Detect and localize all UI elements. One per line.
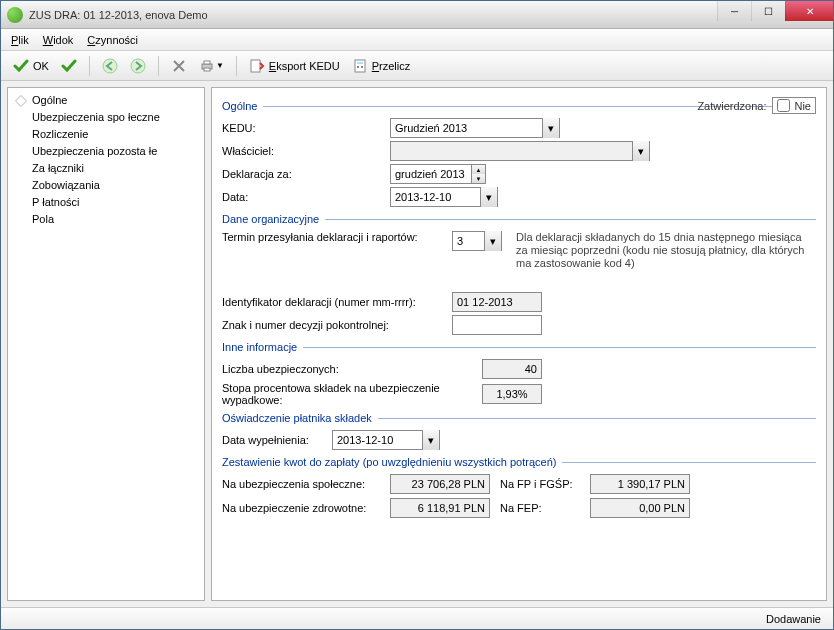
toolbar: OK ▼ Eksport KEDU Przelicz — [1, 51, 833, 81]
svg-rect-8 — [357, 66, 359, 68]
arrow-left-icon — [102, 58, 118, 74]
przelicz-button[interactable]: Przelicz — [348, 54, 415, 78]
group-ogolne: Ogólne Zatwierdzona: Nie — [222, 100, 816, 112]
sidebar-item-ubezp-pozost[interactable]: Ubezpieczenia pozosta łe — [10, 143, 202, 160]
window-title: ZUS DRA: 01 12-2013, enova Demo — [29, 9, 208, 21]
svg-point-0 — [103, 59, 117, 73]
svg-rect-5 — [251, 60, 260, 72]
znak-input[interactable] — [452, 315, 542, 335]
statusbar: Dodawanie — [1, 607, 833, 629]
chevron-down-icon: ▾ — [484, 231, 501, 251]
print-button[interactable]: ▼ — [195, 54, 228, 78]
menu-czynnosci[interactable]: Czynności — [87, 34, 138, 46]
sidebar-item-rozliczenie[interactable]: Rozliczenie — [10, 126, 202, 143]
nav-forward-button[interactable] — [126, 54, 150, 78]
eksport-kedu-button[interactable]: Eksport KEDU — [245, 54, 344, 78]
zatwierdzona-checkbox-input[interactable] — [777, 99, 790, 112]
termin-hint: Dla deklaracji składanych do 15 dnia nas… — [516, 231, 816, 270]
group-inne: Inne informacje — [222, 341, 816, 353]
zatwierdzona-checkbox[interactable]: Nie — [772, 97, 816, 114]
group-dane-org: Dane organizacyjne — [222, 213, 816, 225]
zatwierdzona-label: Zatwierdzona: — [697, 100, 766, 112]
sidebar-item-zobowiazania[interactable]: Zobowiązania — [10, 177, 202, 194]
na-fp-label: Na FP i FGŚP: — [500, 478, 590, 490]
kedu-label: KEDU: — [222, 122, 390, 134]
group-ogolne-label: Ogólne — [222, 100, 257, 112]
data-label: Data: — [222, 191, 390, 203]
chevron-down-icon: ▾ — [632, 141, 649, 161]
sidebar: Ogólne Ubezpieczenia spo łeczne Rozlicze… — [7, 87, 205, 601]
menu-widok[interactable]: Widok — [43, 34, 74, 46]
kedu-value: Grudzień 2013 — [395, 122, 467, 134]
nav-back-button[interactable] — [98, 54, 122, 78]
na-fp-value: 1 390,17 PLN — [590, 474, 690, 494]
liczba-label: Liczba ubezpieczonych: — [222, 363, 482, 375]
sidebar-item-ogolne[interactable]: Ogólne — [10, 92, 202, 109]
tools-icon — [171, 58, 187, 74]
maximize-button[interactable]: ☐ — [751, 1, 785, 21]
data-select[interactable]: 2013-12-10 ▾ — [390, 187, 498, 207]
na-zdr-label: Na ubezpieczenie zdrowotne: — [222, 502, 390, 514]
zatwierdzona-no: Nie — [794, 100, 811, 112]
menu-plik[interactable]: Plik — [11, 34, 29, 46]
wlasciciel-select[interactable]: ▾ — [390, 141, 650, 161]
sidebar-item-zalaczniki[interactable]: Za łączniki — [10, 160, 202, 177]
data-wyp-label: Data wypełnienia: — [222, 434, 332, 446]
na-fep-label: Na FEP: — [500, 502, 590, 514]
svg-point-1 — [131, 59, 145, 73]
minimize-button[interactable]: ─ — [717, 1, 751, 21]
sidebar-item-platnosci[interactable]: P łatności — [10, 194, 202, 211]
chevron-down-icon: ▼ — [216, 61, 224, 70]
arrow-right-icon — [130, 58, 146, 74]
group-dane-org-label: Dane organizacyjne — [222, 213, 319, 225]
spin-up-icon[interactable]: ▲ — [472, 165, 485, 174]
stopa-label: Stopa procentowa składek na ubezpieczeni… — [222, 382, 482, 406]
svg-rect-9 — [361, 66, 363, 68]
wlasciciel-label: Właściciel: — [222, 145, 390, 157]
sidebar-item-pola[interactable]: Pola — [10, 211, 202, 228]
group-oswiadczenie-label: Oświadczenie płatnika składek — [222, 412, 372, 424]
data-wyp-value: 2013-12-10 — [337, 434, 393, 446]
chevron-down-icon: ▾ — [422, 430, 439, 450]
menubar: Plik Widok Czynności — [1, 29, 833, 51]
na-spol-value: 23 706,28 PLN — [390, 474, 490, 494]
body: Ogólne Ubezpieczenia spo łeczne Rozlicze… — [1, 81, 833, 607]
ident-value: 01 12-2013 — [452, 292, 542, 312]
separator — [236, 56, 237, 76]
na-zdr-value: 6 118,91 PLN — [390, 498, 490, 518]
na-fep-value: 0,00 PLN — [590, 498, 690, 518]
data-wyp-select[interactable]: 2013-12-10 ▾ — [332, 430, 440, 450]
app-icon — [7, 7, 23, 23]
ident-label: Identyfikator deklaracji (numer mm-rrrr)… — [222, 296, 452, 308]
liczba-value: 40 — [482, 359, 542, 379]
group-oswiadczenie: Oświadczenie płatnika składek — [222, 412, 816, 424]
close-button[interactable]: ✕ — [785, 1, 833, 21]
termin-value: 3 — [457, 235, 463, 247]
ok-button[interactable]: OK — [9, 54, 53, 78]
svg-rect-4 — [204, 68, 210, 71]
dekl-za-spinner[interactable]: grudzień 2013 ▲▼ — [390, 164, 486, 184]
group-zestawienie: Zestawienie kwot do zapłaty (po uwzględn… — [222, 456, 816, 468]
na-spol-label: Na ubezpieczenia społeczne: — [222, 478, 390, 490]
ok-alt-button[interactable] — [57, 54, 81, 78]
tools-button[interactable] — [167, 54, 191, 78]
window: ZUS DRA: 01 12-2013, enova Demo ─ ☐ ✕ Pl… — [0, 0, 834, 630]
stopa-value: 1,93% — [482, 384, 542, 404]
chevron-down-icon: ▾ — [542, 118, 559, 138]
dekl-za-label: Deklaracja za: — [222, 168, 390, 180]
dekl-za-value: grudzień 2013 — [391, 165, 471, 183]
group-zestawienie-label: Zestawienie kwot do zapłaty (po uwzględn… — [222, 456, 556, 468]
group-inne-label: Inne informacje — [222, 341, 297, 353]
ok-label: OK — [33, 60, 49, 72]
main-panel: Ogólne Zatwierdzona: Nie KEDU: Grudzień … — [211, 87, 827, 601]
spin-down-icon[interactable]: ▼ — [472, 174, 485, 183]
sidebar-item-ubezp-spol[interactable]: Ubezpieczenia spo łeczne — [10, 109, 202, 126]
termin-select[interactable]: 3 ▾ — [452, 231, 502, 251]
przelicz-label: Przelicz — [372, 60, 411, 72]
chevron-down-icon: ▾ — [480, 187, 497, 207]
status-text: Dodawanie — [766, 613, 821, 625]
kedu-select[interactable]: Grudzień 2013 ▾ — [390, 118, 560, 138]
recalculate-icon — [352, 58, 368, 74]
termin-label: Termin przesyłania deklaracji i raportów… — [222, 231, 452, 243]
svg-rect-3 — [204, 61, 210, 64]
